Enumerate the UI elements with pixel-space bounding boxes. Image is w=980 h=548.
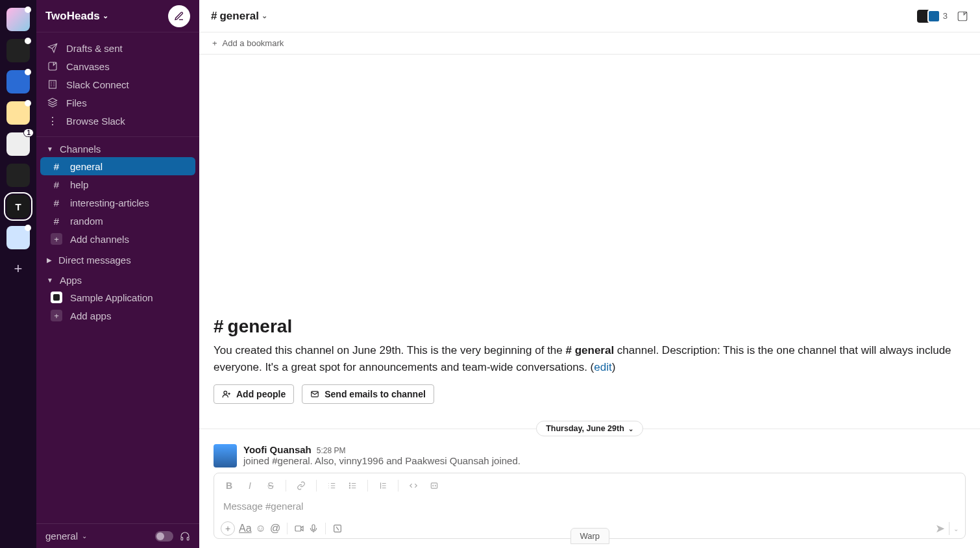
workspace-switch-item[interactable] xyxy=(6,70,30,93)
building-icon xyxy=(47,79,58,90)
send-button[interactable]: ➤ ⌄ xyxy=(935,521,959,536)
bullet-list-button[interactable] xyxy=(344,477,361,494)
caret-right-icon: ▶ xyxy=(47,256,52,264)
channel-name-label: help xyxy=(70,179,88,190)
channel-item-random[interactable]: # random xyxy=(40,212,195,230)
blockquote-button[interactable] xyxy=(374,477,391,494)
more-vertical-icon: ⋮ xyxy=(47,115,58,127)
channel-welcome: # general You created this channel on Ju… xyxy=(199,316,980,416)
video-button[interactable] xyxy=(294,523,304,534)
footer-channel-label: general xyxy=(45,530,78,542)
app-root: 1 T + TwoHeads ⌄ Drafts & sent xyxy=(0,0,980,548)
add-apps-button[interactable]: + Add apps xyxy=(40,306,195,325)
workspace-switch-item[interactable] xyxy=(6,8,30,31)
canvas-header-icon[interactable] xyxy=(957,10,968,22)
workspace-name-button[interactable]: TwoHeads ⌄ xyxy=(45,10,108,23)
add-channels-button[interactable]: + Add channels xyxy=(40,230,195,248)
channel-title-label: general xyxy=(219,10,258,23)
send-emails-button[interactable]: Send emails to channel xyxy=(302,384,434,404)
nav-canvases[interactable]: Canvases xyxy=(36,57,199,75)
sidebar: TwoHeads ⌄ Drafts & sent Canvases Slack … xyxy=(36,0,199,548)
channel-item-help[interactable]: # help xyxy=(40,175,195,193)
channels-section-header[interactable]: ▼ Channels xyxy=(36,137,199,157)
huddle-toggle[interactable] xyxy=(155,531,173,542)
message-row: Yoofi Quansah 5:28 PM joined #general. A… xyxy=(199,439,980,473)
welcome-channel-name: general xyxy=(228,316,293,337)
warp-label: Warp xyxy=(580,531,600,541)
workspace-switch-item[interactable]: 1 xyxy=(6,132,30,156)
message-time: 5:28 PM xyxy=(317,446,346,455)
hash-icon: # xyxy=(51,161,62,172)
add-apps-label: Add apps xyxy=(70,310,111,321)
app-name-label: Sample Application xyxy=(70,292,153,303)
code-button[interactable] xyxy=(405,477,422,494)
nav-label: Drafts & sent xyxy=(66,43,123,54)
members-button[interactable]: 3 xyxy=(917,10,948,23)
message-scroll-area[interactable]: # general You created this channel on Ju… xyxy=(199,55,980,548)
date-label: Thursday, June 29th xyxy=(546,424,624,433)
add-bookmark-button[interactable]: + Add a bookmark xyxy=(212,38,284,48)
add-workspace-button[interactable]: + xyxy=(6,257,30,280)
nav-label: Files xyxy=(66,97,87,108)
workspace-switch-item[interactable] xyxy=(6,101,30,125)
compose-icon xyxy=(174,11,184,21)
edit-description-link[interactable]: edit xyxy=(594,361,611,373)
channel-item-interesting-articles[interactable]: # interesting-articles xyxy=(40,193,195,212)
hash-icon: # xyxy=(51,216,62,227)
footer-channel-button[interactable]: general ⌄ xyxy=(45,530,87,542)
workspace-switch-item[interactable] xyxy=(6,226,30,249)
mention-button[interactable]: @ xyxy=(270,523,280,534)
bold-button[interactable]: B xyxy=(221,477,238,494)
chevron-down-icon: ⌄ xyxy=(953,525,959,532)
message-author[interactable]: Yoofi Quansah xyxy=(243,444,312,455)
compose-button[interactable] xyxy=(168,5,190,27)
emoji-button[interactable]: ☺ xyxy=(256,523,266,534)
nav-label: Browse Slack xyxy=(66,116,125,127)
send-icon xyxy=(47,43,58,53)
nav-browse-slack[interactable]: ⋮ Browse Slack xyxy=(36,112,199,130)
workspace-rail: 1 T + xyxy=(0,0,36,548)
plus-icon: + xyxy=(212,38,217,48)
warp-indicator[interactable]: Warp xyxy=(570,528,610,544)
date-pill-button[interactable]: Thursday, June 29th ⌄ xyxy=(536,421,643,436)
ordered-list-button[interactable] xyxy=(323,477,340,494)
italic-button[interactable]: I xyxy=(241,477,258,494)
strike-button[interactable]: S xyxy=(262,477,279,494)
app-item-sample-application[interactable]: Sample Application xyxy=(40,288,195,306)
add-people-button[interactable]: Add people xyxy=(214,384,294,404)
workspace-name-label: TwoHeads xyxy=(45,10,100,23)
nav-files[interactable]: Files xyxy=(36,93,199,112)
avatar[interactable] xyxy=(214,444,237,467)
avatar-icon xyxy=(927,10,940,23)
workspace-switch-item-current[interactable]: T xyxy=(6,195,30,218)
nav-drafts[interactable]: Drafts & sent xyxy=(36,39,199,57)
channel-name-label: general xyxy=(70,161,103,172)
apps-section-header[interactable]: ▼ Apps xyxy=(36,268,199,288)
caret-down-icon: ▼ xyxy=(47,145,53,153)
message-body: joined #general. Also, vinny1996 and Paa… xyxy=(243,455,521,466)
channels-section-label: Channels xyxy=(60,143,101,155)
send-icon: ➤ xyxy=(935,521,945,536)
channel-item-general[interactable]: # general xyxy=(40,157,195,175)
person-plus-icon xyxy=(222,390,231,399)
link-button[interactable] xyxy=(293,477,310,494)
workspace-switch-item[interactable] xyxy=(6,39,30,62)
workspace-switch-item[interactable] xyxy=(6,164,30,187)
nav-slack-connect[interactable]: Slack Connect xyxy=(36,75,199,93)
dm-section-header[interactable]: ▶ Direct messages xyxy=(36,248,199,268)
plus-icon: + xyxy=(221,521,235,536)
sidebar-header: TwoHeads ⌄ xyxy=(36,0,199,32)
formatting-toggle-button[interactable]: Aa xyxy=(239,523,252,534)
welcome-description: You created this channel on June 29th. T… xyxy=(214,342,966,375)
attach-button[interactable]: + xyxy=(221,521,235,536)
headphones-icon[interactable] xyxy=(180,531,190,542)
message-input[interactable] xyxy=(214,498,965,517)
channel-header: # general ⌄ 3 xyxy=(199,0,980,32)
audio-button[interactable] xyxy=(308,523,319,534)
shortcuts-button[interactable] xyxy=(332,523,343,534)
member-count-label: 3 xyxy=(943,11,948,21)
hash-icon: # xyxy=(211,10,217,23)
chevron-down-icon: ⌄ xyxy=(628,425,633,432)
codeblock-button[interactable] xyxy=(426,477,443,494)
channel-title-button[interactable]: # general ⌄ xyxy=(211,10,267,23)
